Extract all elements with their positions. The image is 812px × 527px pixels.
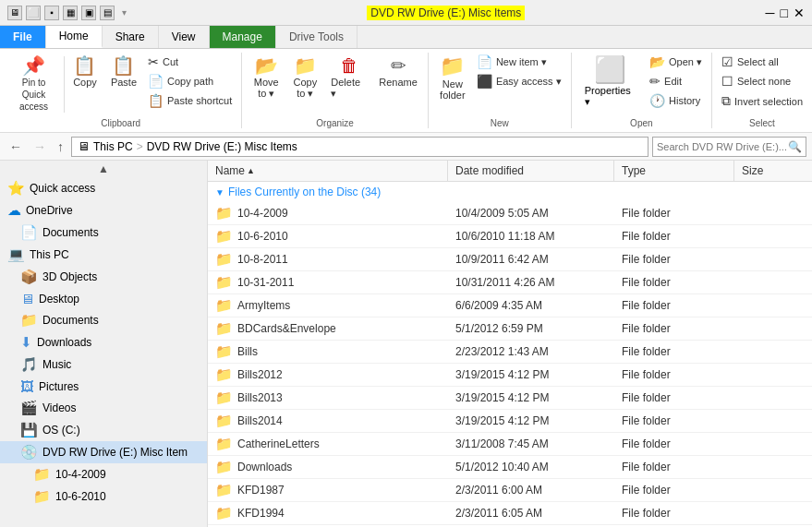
tab-home[interactable]: Home bbox=[46, 26, 103, 48]
copy-path-button[interactable]: 📄 Copy path bbox=[144, 72, 236, 90]
copy-button[interactable]: 📋 Copy bbox=[67, 53, 103, 91]
properties-button[interactable]: ⬜ Properties ▾ bbox=[577, 53, 644, 110]
table-row[interactable]: 📁 Bills2012 3/19/2015 4:12 PM File folde… bbox=[208, 364, 812, 387]
title-icon-3: ▪ bbox=[44, 6, 59, 20]
file-name-cell: 📁 KFD1994 bbox=[208, 502, 448, 524]
sidebar-item-3d-objects[interactable]: 📦 3D Objects bbox=[0, 266, 207, 288]
select-none-button[interactable]: ☐ Select none bbox=[718, 72, 806, 90]
sidebar-item-this-pc[interactable]: 💻 This PC bbox=[0, 244, 207, 266]
copy-path-label: Copy path bbox=[167, 76, 213, 87]
search-box[interactable]: 🔍 bbox=[652, 137, 806, 157]
sidebar-item-desktop[interactable]: 🖥 Desktop bbox=[0, 288, 207, 309]
paste-shortcut-label: Paste shortcut bbox=[167, 95, 232, 106]
forward-button[interactable]: → bbox=[30, 138, 50, 156]
file-type: File folder bbox=[622, 276, 671, 289]
sidebar-scroll-up[interactable]: ▲ bbox=[0, 161, 207, 177]
title-bar: 🖥 ⬜ ▪ ▦ ▣ ▤ ▾ DVD RW Drive (E:) Misc Ite… bbox=[0, 0, 812, 26]
file-date-cell: 3/11/2008 7:45 AM bbox=[448, 433, 614, 455]
group-open: ⬜ Properties ▾ 📂 Open ▾ ✏ Edit 🕐 History… bbox=[572, 53, 712, 128]
header-size[interactable]: Size bbox=[734, 161, 808, 181]
documents-icon: 📁 bbox=[20, 312, 38, 329]
sidebar-item-onedrive[interactable]: ☁ OneDrive bbox=[0, 199, 207, 222]
easy-access-button[interactable]: ⬛ Easy access ▾ bbox=[473, 72, 565, 90]
up-button[interactable]: ↑ bbox=[54, 138, 67, 156]
table-row[interactable]: 📁 10-4-2009 10/4/2009 5:05 AM File folde… bbox=[208, 202, 812, 225]
tab-view[interactable]: View bbox=[159, 26, 210, 48]
tab-manage[interactable]: Manage bbox=[210, 26, 276, 48]
table-row[interactable]: 📁 Bills2013 3/19/2015 4:12 PM File folde… bbox=[208, 387, 812, 410]
sidebar-item-music[interactable]: 🎵 Music bbox=[0, 353, 207, 376]
select-none-icon: ☐ bbox=[721, 74, 733, 89]
edit-button[interactable]: ✏ Edit bbox=[646, 72, 706, 90]
rename-button[interactable]: ✏ Rename bbox=[374, 53, 422, 91]
file-name: 10-4-2009 bbox=[237, 207, 288, 220]
tab-file[interactable]: File bbox=[0, 26, 46, 48]
title-icon-1: 🖥 bbox=[7, 6, 22, 20]
file-date-cell: 10/6/2010 11:18 AM bbox=[448, 225, 614, 247]
sidebar-item-videos[interactable]: 🎬 Videos bbox=[0, 397, 207, 419]
table-row[interactable]: 📁 BDCards&Envelope 5/1/2012 6:59 PM File… bbox=[208, 317, 812, 341]
search-input[interactable] bbox=[657, 141, 786, 152]
minimize-button[interactable]: ─ bbox=[766, 6, 775, 20]
table-row[interactable]: 📁 CatherineLetters 3/11/2008 7:45 AM Fil… bbox=[208, 433, 812, 456]
file-name: Bills2013 bbox=[237, 391, 283, 404]
table-row[interactable]: 📁 10-6-2010 10/6/2010 11:18 AM File fold… bbox=[208, 225, 812, 248]
file-name: Bills2012 bbox=[237, 368, 283, 381]
tab-drive-tools[interactable]: Drive Tools bbox=[276, 26, 358, 48]
header-type[interactable]: Type bbox=[614, 161, 734, 181]
sidebar-item-dvd-rw[interactable]: 💿 DVD RW Drive (E:) Misc Item bbox=[0, 441, 207, 463]
move-to-button[interactable]: 📂 Moveto ▾ bbox=[248, 53, 285, 103]
sidebar-item-documents-od[interactable]: 📄 Documents bbox=[0, 222, 207, 244]
open-button[interactable]: 📂 Open ▾ bbox=[646, 53, 706, 71]
header-date-label: Date modified bbox=[455, 164, 524, 177]
file-name-cell: 📁 Bills2014 bbox=[208, 410, 448, 432]
file-date-cell: 2/3/2011 6:00 AM bbox=[448, 479, 614, 501]
table-row[interactable]: 📁 Bills 2/23/2012 1:43 AM File folder bbox=[208, 341, 812, 364]
file-type: File folder bbox=[622, 368, 671, 381]
new-buttons: 📁 Newfolder 📄 New item ▾ ⬛ Easy access ▾ bbox=[434, 53, 565, 116]
new-folder-button[interactable]: 📁 Newfolder bbox=[434, 53, 471, 104]
tab-share[interactable]: Share bbox=[103, 26, 159, 48]
sidebar-item-quick-access[interactable]: ⭐ Quick access bbox=[0, 177, 207, 199]
back-button[interactable]: ← bbox=[6, 138, 26, 156]
select-all-button[interactable]: ☑ Select all bbox=[718, 53, 806, 71]
folder-icon: 📁 bbox=[215, 413, 233, 429]
sidebar-item-os-c[interactable]: 💾 OS (C:) bbox=[0, 419, 207, 441]
table-row[interactable]: 📁 KFD1987 2/3/2011 6:00 AM File folder bbox=[208, 479, 812, 502]
table-row[interactable]: 📁 Bills2014 3/19/2015 4:12 PM File folde… bbox=[208, 410, 812, 433]
sidebar-item-documents[interactable]: 📁 Documents bbox=[0, 309, 207, 331]
section-header-disc: ▼ Files Currently on the Disc (34) bbox=[208, 182, 808, 202]
table-row[interactable]: 📁 Downloads 5/1/2012 10:40 AM File folde… bbox=[208, 456, 812, 479]
history-button[interactable]: 🕐 History bbox=[646, 91, 706, 110]
header-name[interactable]: Name ▲ bbox=[208, 161, 448, 181]
cut-button[interactable]: ✂ Cut bbox=[144, 53, 236, 71]
maximize-button[interactable]: □ bbox=[781, 6, 788, 20]
file-date: 3/11/2008 7:45 AM bbox=[455, 437, 549, 450]
table-row[interactable]: 📁 ArmyItems 6/6/2009 4:35 AM File folder bbox=[208, 294, 812, 317]
sidebar-item-10-6-2010[interactable]: 📁 10-6-2010 bbox=[0, 485, 207, 508]
sidebar-item-10-4-2009[interactable]: 📁 10-4-2009 bbox=[0, 463, 207, 485]
address-path-box[interactable]: 🖥 This PC > DVD RW Drive (E:) Misc Items bbox=[71, 137, 648, 157]
window-controls[interactable]: ─ □ ✕ bbox=[766, 6, 805, 20]
title-icon-2: ⬜ bbox=[26, 6, 41, 20]
paste-button[interactable]: 📋 Paste bbox=[105, 53, 142, 91]
new-item-button[interactable]: 📄 New item ▾ bbox=[473, 53, 565, 71]
header-date-modified[interactable]: Date modified bbox=[448, 161, 614, 181]
file-type: File folder bbox=[622, 322, 671, 335]
delete-button[interactable]: 🗑 Delete ▾ bbox=[325, 53, 372, 103]
folder-icon: 📁 bbox=[215, 297, 233, 314]
paste-shortcut-button[interactable]: 📋 Paste shortcut bbox=[144, 91, 236, 110]
sidebar-item-pictures[interactable]: 🖼 Pictures bbox=[0, 376, 207, 397]
file-name-cell: 📁 Downloads bbox=[208, 456, 448, 478]
table-row[interactable]: 📁 KFD1994 2/3/2011 6:05 AM File folder bbox=[208, 502, 812, 525]
sidebar-item-downloads[interactable]: ⬇ Downloads bbox=[0, 331, 207, 353]
table-row[interactable]: 📁 10-8-2011 10/9/2011 6:42 AM File folde… bbox=[208, 248, 812, 271]
close-button[interactable]: ✕ bbox=[794, 6, 805, 20]
file-name-cell: 📁 Bills2013 bbox=[208, 387, 448, 409]
dvd-rw-icon: 💿 bbox=[20, 444, 38, 461]
copy-to-button[interactable]: 📁 Copyto ▾ bbox=[286, 53, 323, 103]
pin-quick-access-button[interactable]: 📌 Pin to Quickaccess bbox=[6, 53, 62, 116]
invert-selection-button[interactable]: ⧉ Invert selection bbox=[718, 91, 806, 111]
table-row[interactable]: 📁 10-31-2011 10/31/2011 4:26 AM File fol… bbox=[208, 271, 812, 294]
file-size-cell bbox=[734, 433, 808, 455]
